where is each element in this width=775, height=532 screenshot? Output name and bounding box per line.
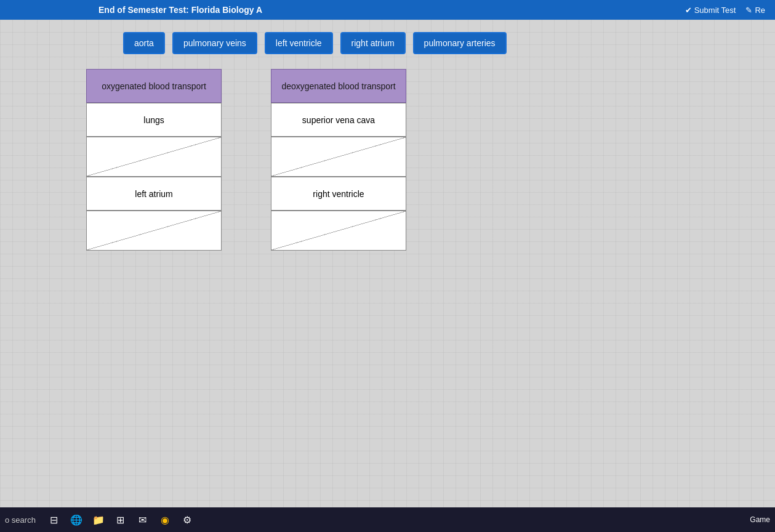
chips-row: aorta pulmonary veins left ventricle rig… [0, 20, 775, 54]
taskbar: o search ⊟ 🌐 📁 ⊞ ✉ ◉ ⚙ Game [0, 507, 775, 532]
taskbar-right: Game [750, 515, 770, 524]
submit-test-button[interactable]: ✔ Submit Test [685, 6, 736, 15]
chip-left-ventricle[interactable]: left ventricle [265, 32, 333, 54]
taskbar-settings-icon[interactable]: ⚙ [179, 511, 196, 528]
left-flow-column: oxygenated blood transport lungs [86, 69, 222, 251]
top-bar: End of Semester Test: Florida Biology A … [0, 0, 775, 20]
taskbar-search-label: o search [5, 515, 36, 525]
taskbar-mail-icon[interactable]: ✉ [134, 511, 151, 528]
review-button[interactable]: ✎ Re [745, 6, 765, 15]
right-box-superior-vena-cava[interactable]: superior vena cava [271, 103, 406, 137]
taskbar-file-explorer-icon[interactable]: 📁 [90, 511, 107, 528]
chip-aorta[interactable]: aorta [123, 32, 165, 54]
submit-icon: ✔ [685, 6, 692, 15]
left-box-left-atrium[interactable]: left atrium [86, 177, 222, 211]
diagram-area: oxygenated blood transport lungs [86, 69, 406, 251]
right-flow-column: deoxygenated blood transport superior ve… [271, 69, 406, 251]
taskbar-windows-icon[interactable]: ⊞ [112, 511, 129, 528]
taskbar-show-desktop[interactable]: ⊟ [46, 511, 63, 528]
taskbar-chrome-icon[interactable]: ◉ [156, 511, 174, 528]
right-header-box: deoxygenated blood transport [271, 69, 406, 103]
main-content: aorta pulmonary veins left ventricle rig… [0, 20, 775, 507]
left-box-2[interactable] [86, 137, 222, 177]
taskbar-edge-icon[interactable]: 🌐 [68, 511, 85, 528]
right-box-4[interactable] [271, 211, 406, 251]
chip-pulmonary-arteries[interactable]: pulmonary arteries [413, 32, 507, 54]
right-box-right-ventricle[interactable]: right ventricle [271, 177, 406, 211]
left-box-lungs[interactable]: lungs [86, 103, 222, 137]
right-box-2[interactable] [271, 137, 406, 177]
left-box-4[interactable] [86, 211, 222, 251]
chip-right-atrium[interactable]: right atrium [340, 32, 406, 54]
left-header-box: oxygenated blood transport [86, 69, 222, 103]
chip-pulmonary-veins[interactable]: pulmonary veins [172, 32, 257, 54]
taskbar-game-label: Game [750, 515, 770, 524]
page-title: End of Semester Test: Florida Biology A [98, 5, 262, 15]
review-icon: ✎ [745, 6, 752, 15]
